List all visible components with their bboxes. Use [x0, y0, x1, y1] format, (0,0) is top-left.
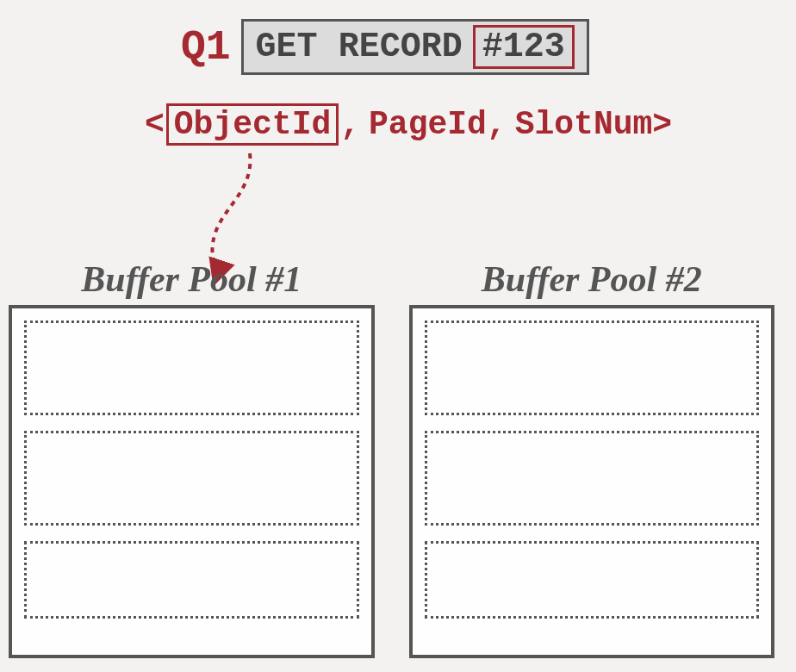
tuple-open: < — [145, 106, 165, 143]
pool-title: Buffer Pool #1 — [9, 258, 375, 300]
pool-box — [409, 305, 775, 658]
query-label: Q1 — [181, 24, 231, 71]
pools-container: Buffer Pool #1 Buffer Pool #2 — [9, 258, 774, 658]
buffer-slot — [24, 431, 359, 526]
buffer-slot — [425, 320, 760, 415]
pageid-field: PageId, — [369, 106, 507, 143]
query-row: Q1 GET RECORD #123 — [181, 19, 589, 75]
buffer-pool-1: Buffer Pool #1 — [9, 258, 375, 658]
query-box: GET RECORD #123 — [241, 19, 589, 75]
buffer-slot — [425, 541, 760, 619]
pool-box — [9, 305, 375, 658]
slotnum-field: SlotNum — [515, 106, 653, 143]
buffer-pool-2: Buffer Pool #2 — [409, 258, 775, 658]
record-id-box: #123 — [473, 25, 575, 69]
buffer-slot — [425, 431, 760, 526]
pool-title: Buffer Pool #2 — [409, 258, 775, 300]
query-command: GET RECORD — [256, 28, 463, 66]
buffer-slot — [24, 541, 359, 619]
record-tuple: < ObjectId , PageId, SlotNum > — [145, 103, 672, 146]
buffer-slot — [24, 320, 359, 415]
tuple-sep1: , — [340, 106, 360, 143]
objectid-field: ObjectId — [166, 103, 339, 146]
tuple-close: > — [652, 106, 672, 143]
